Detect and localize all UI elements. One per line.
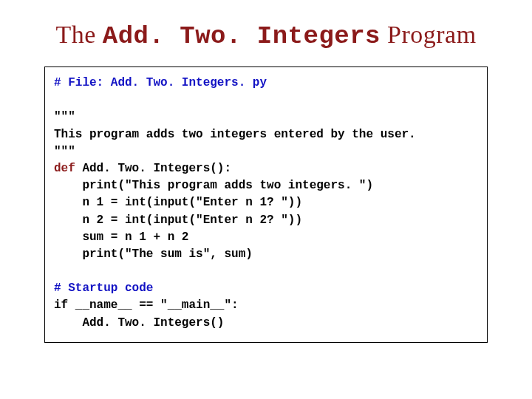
code-box: # File: Add. Two. Integers. py """ This … (44, 66, 488, 343)
code-line-startup: # Startup code (54, 282, 153, 295)
code-def-name: Add. Two. Integers(): (82, 162, 231, 175)
code-line-n1: n 1 = int(input("Enter n 1? ")) (54, 196, 302, 209)
slide: The Add. Two. Integers Program # File: A… (0, 0, 532, 399)
title-pre: The (55, 21, 102, 48)
slide-title: The Add. Two. Integers Program (44, 21, 488, 50)
code-line-docstring-open: """ (54, 110, 75, 123)
code-def-keyword: def (54, 162, 82, 175)
code-line-n2: n 2 = int(input("Enter n 2? ")) (54, 214, 302, 227)
code-line-call: Add. Two. Integers() (54, 316, 224, 330)
code-line-docstring-close: """ (54, 145, 75, 158)
code-line-print1: print("This program adds two integers. "… (54, 179, 373, 192)
title-post: Program (381, 21, 477, 48)
code-line-docstring-body: This program adds two integers entered b… (54, 128, 416, 141)
code-line-sum: sum = n 1 + n 2 (54, 231, 188, 244)
code-line-file: # File: Add. Two. Integers. py (54, 76, 267, 89)
title-code: Add. Two. Integers (103, 22, 381, 50)
code-line-ifmain: if __name__ == "__main__": (54, 299, 239, 312)
code-line-print2: print("The sum is", sum) (54, 248, 253, 261)
